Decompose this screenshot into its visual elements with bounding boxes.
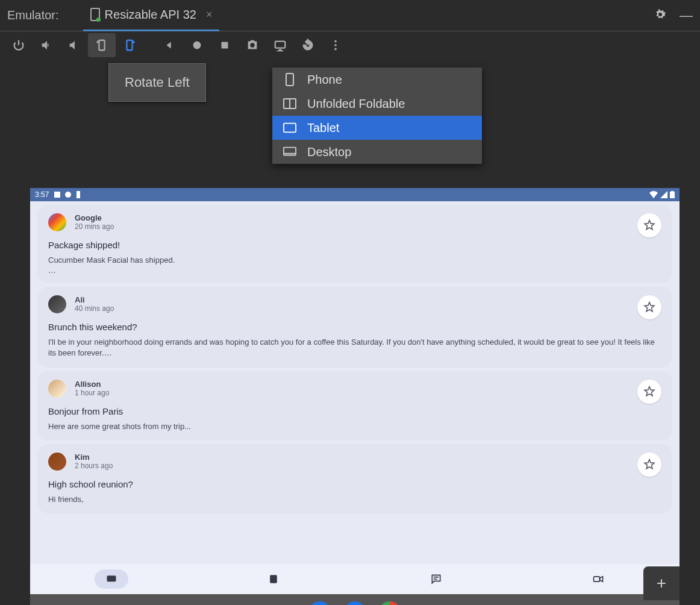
screenshot-button[interactable] (239, 33, 266, 57)
svg-rect-1 (127, 40, 132, 51)
dropdown-item-desktop[interactable]: Desktop (272, 140, 482, 164)
svg-point-6 (334, 44, 337, 46)
rotate-right-button[interactable] (116, 33, 143, 57)
email-subject: High school reunion? (48, 479, 661, 489)
svg-rect-16 (77, 191, 80, 198)
svg-rect-19 (107, 575, 116, 581)
dropdown-item-phone[interactable]: Phone (272, 67, 482, 92)
sender-name: Google (75, 213, 114, 222)
messages-app-icon[interactable] (344, 601, 366, 605)
svg-rect-18 (671, 191, 673, 192)
svg-point-15 (65, 192, 71, 198)
display-mode-dropdown: Phone Unfolded Foldable Tablet Desktop (272, 67, 482, 164)
statusbar-time: 3:57 (35, 190, 49, 199)
svg-rect-0 (99, 40, 104, 51)
overview-button[interactable] (211, 33, 239, 57)
star-button[interactable] (637, 380, 661, 404)
email-app: Google 20 mins ago Package shipped! Cucu… (30, 201, 680, 564)
rotate-left-tooltip: Rotate Left (108, 63, 206, 102)
avatar (48, 453, 66, 471)
android-navbar (30, 594, 680, 605)
email-subject: Brunch this weekend? (48, 322, 661, 332)
volume-down-button[interactable] (60, 33, 88, 57)
bottom-tab-inbox[interactable] (30, 564, 193, 594)
email-time: 1 hour ago (75, 389, 109, 397)
chrome-app-icon[interactable] (379, 601, 401, 605)
window-header: Emulator: Resizable API 32 × — (0, 0, 700, 31)
snapshot-button[interactable] (294, 33, 322, 57)
wifi-icon (649, 191, 658, 198)
phone-icon (283, 74, 296, 85)
sender-name: Ali (75, 295, 114, 304)
rotate-left-button[interactable] (88, 33, 116, 57)
home-button[interactable] (183, 33, 211, 57)
svg-rect-14 (54, 192, 60, 198)
dropdown-item-label: Phone (307, 73, 342, 87)
back-button[interactable] (155, 33, 183, 57)
emulator-tab[interactable]: Resizable API 32 × (83, 0, 220, 31)
emulator-toolbar (0, 31, 700, 59)
email-card[interactable]: Allison 1 hour ago Bonjour from Paris He… (37, 371, 672, 440)
bottom-tab-articles[interactable] (193, 564, 355, 594)
svg-point-7 (334, 48, 337, 51)
zoom-add-button[interactable]: + (643, 566, 680, 600)
svg-point-2 (193, 42, 201, 49)
statusbar-left-icons (54, 191, 81, 198)
dropdown-item-foldable[interactable]: Unfolded Foldable (272, 92, 482, 116)
close-icon[interactable]: × (206, 8, 213, 21)
avatar (48, 295, 66, 313)
avatar (48, 213, 66, 231)
bottom-tab-chat[interactable] (355, 564, 517, 594)
volume-up-button[interactable] (33, 33, 60, 57)
emulator-label: Emulator: (7, 8, 59, 22)
email-body: I'll be in your neighborhood doing erran… (48, 337, 661, 359)
more-button[interactable] (322, 33, 349, 57)
email-subject: Package shipped! (48, 240, 661, 250)
svg-rect-23 (594, 577, 600, 581)
sender-name: Kim (75, 453, 113, 462)
email-subject: Bonjour from Paris (48, 406, 661, 416)
svg-rect-20 (270, 575, 277, 583)
email-card[interactable]: Google 20 mins ago Package shipped! Cucu… (37, 205, 672, 283)
device-icon (90, 8, 100, 21)
svg-rect-3 (222, 42, 228, 49)
email-body: Here are some great shots from my trip..… (48, 421, 661, 432)
signal-icon (660, 191, 667, 198)
sender-name: Allison (75, 380, 109, 389)
dropdown-item-label: Tablet (307, 121, 339, 135)
email-card[interactable]: Ali 40 mins ago Brunch this weekend? I'l… (37, 287, 672, 367)
email-body: Hi friends, (48, 494, 661, 505)
foldable-icon (283, 98, 296, 109)
gear-icon[interactable] (653, 7, 667, 24)
avatar (48, 380, 66, 398)
dropdown-item-label: Unfolded Foldable (307, 97, 405, 111)
bottom-tabs (30, 564, 680, 594)
email-time: 2 hours ago (75, 462, 113, 470)
email-time: 20 mins ago (75, 222, 114, 231)
tablet-icon (283, 122, 296, 133)
power-button[interactable] (5, 33, 33, 57)
star-button[interactable] (637, 453, 661, 477)
email-card[interactable]: Kim 2 hours ago High school reunion? Hi … (37, 444, 672, 513)
star-button[interactable] (637, 213, 661, 237)
android-statusbar: 3:57 (30, 188, 680, 201)
display-mode-button[interactable] (266, 33, 294, 57)
svg-rect-17 (670, 192, 675, 198)
star-button[interactable] (637, 295, 661, 319)
dropdown-item-tablet[interactable]: Tablet (272, 116, 482, 140)
svg-rect-11 (284, 124, 296, 133)
email-body: Cucumber Mask Facial has shipped. (48, 255, 661, 266)
battery-icon (670, 191, 675, 198)
svg-rect-8 (286, 74, 293, 86)
svg-rect-4 (275, 42, 286, 48)
email-time: 40 mins ago (75, 304, 114, 313)
phone-app-icon[interactable] (309, 601, 331, 605)
svg-point-5 (334, 40, 337, 43)
dropdown-item-label: Desktop (307, 145, 351, 159)
minimize-icon[interactable]: — (680, 8, 693, 24)
desktop-icon (283, 146, 296, 157)
tab-label: Resizable API 32 (105, 8, 196, 22)
emulator-screen: 3:57 Google 20 mins ago Package shipped!… (30, 188, 680, 600)
email-ellipsis: … (48, 266, 661, 275)
